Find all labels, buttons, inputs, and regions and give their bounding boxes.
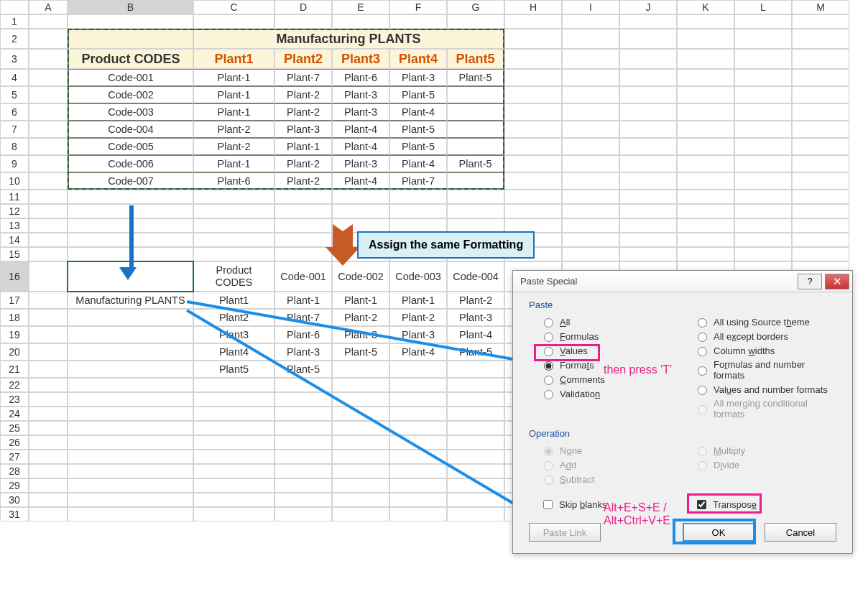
cell-A29[interactable] xyxy=(29,478,68,493)
cell-K15[interactable] xyxy=(677,247,734,261)
cell-J6[interactable] xyxy=(619,103,677,121)
cell-E26[interactable] xyxy=(332,435,389,450)
cell-A18[interactable] xyxy=(29,309,68,326)
cell-A28[interactable] xyxy=(29,464,68,478)
cell-D15[interactable] xyxy=(274,247,332,261)
cell-C14[interactable] xyxy=(193,233,274,247)
cell-B28[interactable] xyxy=(68,464,193,478)
table2-cell-1-3[interactable]: Plant-3 xyxy=(447,309,504,326)
cell-L13[interactable] xyxy=(734,218,792,233)
table1-plant-header-1[interactable]: Plant2 xyxy=(274,49,332,69)
cell-K13[interactable] xyxy=(677,218,734,233)
cell-A30[interactable] xyxy=(29,493,68,507)
table1-cell-0-4[interactable]: Plant-5 xyxy=(447,69,504,86)
cell-D30[interactable] xyxy=(274,493,332,507)
cell-K3[interactable] xyxy=(677,49,734,69)
row-header-12[interactable]: 12 xyxy=(0,204,29,218)
cell-M4[interactable] xyxy=(792,69,849,86)
cell-M3[interactable] xyxy=(792,49,849,69)
table2-rowhdr-3[interactable]: Plant4 xyxy=(193,343,274,361)
cell-M1[interactable] xyxy=(792,14,849,29)
cell-I6[interactable] xyxy=(562,103,619,121)
row-header-16[interactable]: 16 xyxy=(0,261,29,292)
cell-D25[interactable] xyxy=(274,421,332,435)
cell-B20[interactable] xyxy=(68,343,193,361)
cell-H1[interactable] xyxy=(504,14,562,29)
table1-cell-3-3[interactable]: Plant-5 xyxy=(389,121,447,138)
table2-colhdr-0[interactable]: Code-001 xyxy=(274,261,332,292)
cell-K2[interactable] xyxy=(677,29,734,49)
select-all-corner[interactable] xyxy=(0,0,29,14)
cell-K14[interactable] xyxy=(677,233,734,247)
col-header-L[interactable]: L xyxy=(734,0,792,14)
cell-M14[interactable] xyxy=(792,233,849,247)
cell-D1[interactable] xyxy=(274,14,332,29)
cell-A7[interactable] xyxy=(29,121,68,138)
cell-A6[interactable] xyxy=(29,103,68,121)
cell-M8[interactable] xyxy=(792,138,849,155)
cell-L3[interactable] xyxy=(734,49,792,69)
table2-hdr-product[interactable]: ProductCODES xyxy=(193,261,274,292)
cell-D28[interactable] xyxy=(274,464,332,478)
cell-K4[interactable] xyxy=(677,69,734,86)
table1-cell-5-2[interactable]: Plant-3 xyxy=(332,155,389,172)
row-header-10[interactable]: 10 xyxy=(0,172,29,190)
cell-D12[interactable] xyxy=(274,204,332,218)
cell-J8[interactable] xyxy=(619,138,677,155)
cell-L6[interactable] xyxy=(734,103,792,121)
cell-A31[interactable] xyxy=(29,507,68,521)
cell-C25[interactable] xyxy=(193,421,274,435)
cell-G22[interactable] xyxy=(447,378,504,392)
table1-cell-5-1[interactable]: Plant-2 xyxy=(274,155,332,172)
table2-cell-0-1[interactable]: Plant-1 xyxy=(332,292,389,309)
table1-code-3[interactable]: Code-004 xyxy=(68,121,193,138)
table1-cell-3-4[interactable] xyxy=(447,121,504,138)
cell-F22[interactable] xyxy=(389,378,447,392)
cell-C24[interactable] xyxy=(193,407,274,421)
cell-J2[interactable] xyxy=(619,29,677,49)
row-header-21[interactable]: 21 xyxy=(0,361,29,378)
table1-cell-3-2[interactable]: Plant-4 xyxy=(332,121,389,138)
table1-cell-1-0[interactable]: Plant-1 xyxy=(193,86,274,103)
col-header-C[interactable]: C xyxy=(193,0,274,14)
row-header-30[interactable]: 30 xyxy=(0,493,29,507)
cell-G25[interactable] xyxy=(447,421,504,435)
cell-G23[interactable] xyxy=(447,392,504,407)
col-header-E[interactable]: E xyxy=(332,0,389,14)
table1-cell-1-1[interactable]: Plant-2 xyxy=(274,86,332,103)
cell-F11[interactable] xyxy=(389,190,447,204)
cell-H7[interactable] xyxy=(504,121,562,138)
row-header-5[interactable]: 5 xyxy=(0,86,29,103)
radio-values[interactable]: Values xyxy=(529,343,683,358)
radio-except_borders[interactable]: All except borders xyxy=(683,329,836,343)
row-header-11[interactable]: 11 xyxy=(0,190,29,204)
cell-J12[interactable] xyxy=(619,204,677,218)
table2-cell-0-0[interactable]: Plant-1 xyxy=(274,292,332,309)
cell-A9[interactable] xyxy=(29,155,68,172)
table1-cell-4-4[interactable] xyxy=(447,138,504,155)
cell-I8[interactable] xyxy=(562,138,619,155)
cell-M6[interactable] xyxy=(792,103,849,121)
cell-G12[interactable] xyxy=(447,204,504,218)
radio-fnf[interactable]: Formulas and number formats xyxy=(683,358,836,382)
cell-B26[interactable] xyxy=(68,435,193,450)
cell-C31[interactable] xyxy=(193,507,274,521)
cell-H6[interactable] xyxy=(504,103,562,121)
cell-K7[interactable] xyxy=(677,121,734,138)
radio-src_theme[interactable]: All using Source theme xyxy=(683,315,836,329)
row-header-24[interactable]: 24 xyxy=(0,407,29,421)
row-header-3[interactable]: 3 xyxy=(0,49,29,69)
cell-A11[interactable] xyxy=(29,190,68,204)
table1-plant-header-4[interactable]: Plant5 xyxy=(447,49,504,69)
table1-cell-6-0[interactable]: Plant-6 xyxy=(193,172,274,190)
cell-F31[interactable] xyxy=(389,507,447,521)
cell-A15[interactable] xyxy=(29,247,68,261)
cell-L1[interactable] xyxy=(734,14,792,29)
cell-J11[interactable] xyxy=(619,190,677,204)
cell-H5[interactable] xyxy=(504,86,562,103)
cell-F30[interactable] xyxy=(389,493,447,507)
cell-E29[interactable] xyxy=(332,478,389,493)
table2-colhdr-2[interactable]: Code-003 xyxy=(389,261,447,292)
cell-G24[interactable] xyxy=(447,407,504,421)
table1-plant-header-2[interactable]: Plant3 xyxy=(332,49,389,69)
